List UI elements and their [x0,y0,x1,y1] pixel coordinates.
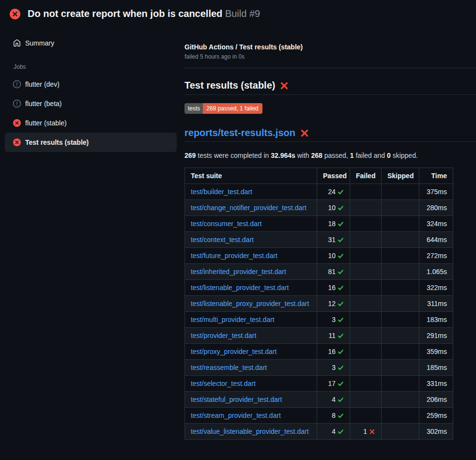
jobs-section-label: Jobs [14,63,177,70]
passed-cell-value: 16 [328,284,344,291]
passed-cell-value: 12 [328,300,344,307]
x-circle-icon [10,9,20,19]
table-row: test/inherited_provider_test.dart811.065… [185,264,453,280]
test-suite-link[interactable]: test/inherited_provider_test.dart [191,268,286,276]
tests-summary: 269 tests were completed in 32.964s with… [184,152,476,159]
table-row: test/multi_provider_test.dart3183ms [185,312,453,328]
summary-label: Summary [25,39,54,47]
skipped-cell [382,408,419,424]
failed-cell [350,264,382,280]
sidebar-item-job[interactable]: Test results (stable) [5,133,177,152]
skipped-cell [382,376,419,392]
table-row: test/context_test.dart31644ms [185,232,453,248]
test-suite-link[interactable]: test/consumer_test.dart [191,220,261,228]
check-icon [338,397,344,403]
skipped-cell [382,248,419,264]
count: 4 [332,428,336,435]
page-layout: Summary Jobs flutter (dev)flutter (beta)… [0,26,476,440]
time-cell: 311ms [419,296,453,312]
summary-number: 32.964s [271,152,295,159]
suite-cell: test/listenable_proxy_provider_test.dart [185,296,317,312]
failed-cell [350,232,382,248]
test-suite-link[interactable]: test/selector_test.dart [191,380,256,387]
summary-text: tests were completed in [196,152,271,159]
check-icon [338,301,344,307]
table-header: Test suitePassedFailedSkippedTime [185,168,453,184]
test-suite-link[interactable]: test/value_listenable_provider_test.dart [191,428,309,435]
report-file-link[interactable]: reports/test-results.json [184,127,295,138]
table-row: test/value_listenable_provider_test.dart… [185,424,453,440]
test-suite-link[interactable]: test/future_provider_test.dart [191,252,277,260]
passed-cell-value: 10 [328,252,344,260]
count: 31 [328,236,336,244]
passed-cell: 24 [317,184,350,200]
test-suite-link[interactable]: test/listenable_proxy_provider_test.dart [191,300,309,307]
test-suite-link[interactable]: test/change_notifier_provider_test.dart [191,204,307,212]
test-suite-link[interactable]: test/proxy_provider_test.dart [191,348,276,355]
test-suite-link[interactable]: test/provider_test.dart [191,332,256,339]
failed-cell [350,312,382,328]
tests-badge: tests 268 passed, 1 failed [184,103,262,114]
time-cell: 322ms [419,280,453,296]
table-row: test/listenable_provider_test.dart16322m… [185,280,453,296]
summary-number: 269 [184,152,196,159]
check-icon [338,317,344,323]
check-icon [338,237,344,243]
failed-cell [350,216,382,232]
suite-cell: test/reassemble_test.dart [185,360,317,376]
check-icon [338,413,344,419]
count: 4 [332,396,336,403]
passed-cell-value: 81 [328,268,344,276]
count: 18 [328,220,336,228]
divider [184,68,476,68]
table-row: test/stateful_provider_test.dart4206ms [185,392,453,408]
run-header: Do not create report when job is cancell… [0,0,476,26]
table-row: test/selector_test.dart17331ms [185,376,453,392]
summary-text: with [295,152,311,159]
test-suite-link[interactable]: test/reassemble_test.dart [191,364,267,371]
passed-cell: 81 [317,264,350,280]
x-mark-icon [280,81,289,90]
job-label: flutter (beta) [25,100,61,107]
passed-cell-value: 8 [332,412,344,419]
build-number: Build #9 [225,8,260,19]
badge-label: tests [184,103,203,114]
test-suite-link[interactable]: test/context_test.dart [191,236,254,244]
failed-cell [350,200,382,216]
run-title-text: Do not create report when job is cancell… [28,8,222,19]
failed-cell [350,408,382,424]
suite-cell: test/builder_test.dart [185,184,317,200]
check-icon [338,221,344,227]
check-icon [338,429,344,435]
time-cell: 185ms [419,360,453,376]
sidebar-item-job[interactable]: flutter (dev) [5,75,177,94]
table-row: test/reassemble_test.dart3185ms [185,360,453,376]
stop-icon [13,100,21,107]
check-icon [338,381,344,387]
skipped-cell [382,232,419,248]
column-header: Passed [317,168,350,184]
time-cell: 324ms [419,216,453,232]
summary-number: 268 [311,152,322,159]
suite-cell: test/stateful_provider_test.dart [185,392,317,408]
passed-cell-value: 10 [328,204,344,212]
failed-cell [350,360,382,376]
test-suite-link[interactable]: test/stream_provider_test.dart [191,412,281,419]
skipped-cell [382,328,419,344]
check-icon [338,189,344,195]
time-cell: 1.065s [419,264,453,280]
summary-text: failed and [354,152,387,159]
test-suite-link[interactable]: test/multi_provider_test.dart [191,316,275,323]
test-suite-link[interactable]: test/listenable_provider_test.dart [191,284,289,291]
check-icon [338,349,344,355]
test-suite-link[interactable]: test/stateful_provider_test.dart [191,396,282,403]
check-icon [338,333,344,339]
sidebar-item-summary[interactable]: Summary [5,34,177,52]
sidebar-item-job[interactable]: flutter (beta) [5,94,177,113]
failed-cell [350,280,382,296]
summary-number: 0 [387,152,391,159]
test-results-table: Test suitePassedFailedSkippedTime test/b… [184,168,453,440]
time-cell: 206ms [419,392,453,408]
test-suite-link[interactable]: test/builder_test.dart [191,188,252,196]
sidebar-item-job[interactable]: flutter (stable) [5,113,177,133]
